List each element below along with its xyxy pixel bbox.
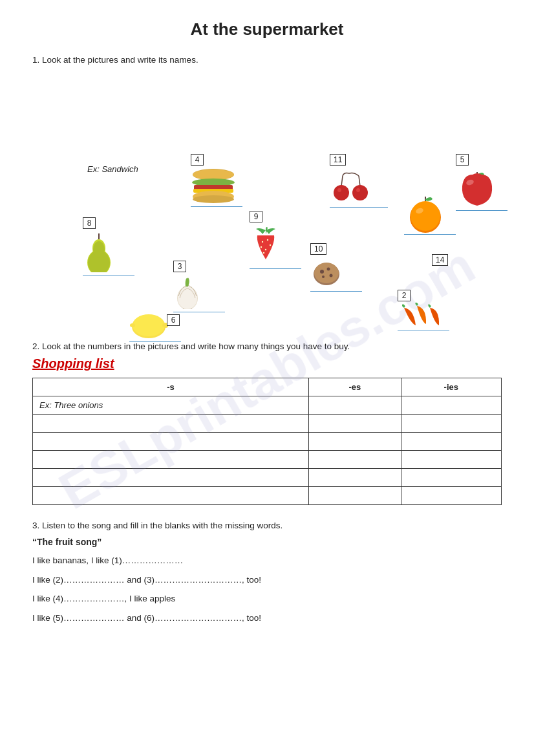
shopping-table: -s -es -ies Ex: Three onions — [32, 378, 502, 505]
svg-point-38 — [356, 188, 360, 192]
svg-point-35 — [334, 185, 349, 200]
svg-point-17 — [262, 241, 263, 243]
example-label: Ex: Sandwich — [87, 164, 138, 174]
answer-line-4 — [191, 206, 242, 207]
number-box-2: 2 — [398, 290, 411, 301]
svg-point-22 — [263, 252, 264, 254]
pictures-area: Ex: Sandwich 4 8 — [32, 70, 502, 329]
carrots-icon — [398, 303, 449, 329]
svg-point-20 — [261, 246, 262, 248]
section3-instruction: 3. Listen to the song and fill in the bl… — [32, 521, 502, 530]
item-14: 14 — [432, 254, 448, 266]
svg-point-37 — [352, 185, 368, 200]
table-row — [33, 487, 502, 505]
table-row-example: Ex: Three onions — [33, 396, 502, 415]
pear-icon — [83, 230, 115, 272]
svg-point-43 — [411, 201, 440, 231]
table-row — [33, 415, 502, 433]
svg-point-26 — [327, 268, 330, 271]
page-title: At the supermarket — [32, 19, 502, 39]
item-9: 9 — [250, 211, 301, 269]
item-8: 8 — [83, 217, 134, 275]
cherries-icon — [330, 167, 372, 206]
svg-point-27 — [330, 274, 333, 277]
section3: 3. Listen to the song and fill in the bl… — [32, 521, 502, 625]
item-5: 5 — [456, 154, 507, 211]
song-title: “The fruit song” — [32, 537, 502, 547]
answer-line-10 — [310, 291, 362, 292]
cookie-icon — [310, 256, 343, 288]
col-header-s: -s — [33, 378, 309, 396]
answer-line-6 — [129, 341, 181, 342]
strawberry-icon — [250, 224, 282, 266]
answer-line-5 — [456, 210, 507, 211]
song-line-4: I like (5)………………… and (6)…………………………, too… — [32, 611, 502, 625]
number-box-6: 6 — [167, 314, 180, 326]
song-line-2: I like (2)………………… and (3)…………………………, too… — [32, 573, 502, 587]
svg-line-33 — [341, 176, 343, 186]
onion-icon — [173, 274, 202, 309]
answer-line-3 — [173, 312, 225, 312]
col-header-ies: -ies — [401, 378, 501, 396]
svg-line-34 — [359, 176, 360, 186]
svg-point-24 — [314, 263, 339, 283]
svg-point-36 — [337, 188, 341, 192]
orange-item — [404, 191, 456, 235]
section2-instruction: 2. Look at the numbers in the pictures a… — [32, 341, 502, 351]
svg-point-1 — [193, 169, 234, 180]
svg-point-21 — [265, 249, 266, 250]
svg-point-28 — [322, 275, 325, 278]
answer-line-9 — [250, 268, 301, 269]
number-box-11: 11 — [330, 154, 346, 166]
song-line-1: I like bananas, I like (1)………………… — [32, 554, 502, 568]
number-box-8: 8 — [83, 217, 96, 229]
item-10: 10 — [310, 243, 362, 292]
answer-line-11 — [330, 207, 388, 208]
table-row — [33, 433, 502, 451]
lemon-icon — [129, 309, 168, 340]
svg-point-32 — [130, 323, 135, 327]
item-6: 6 — [129, 308, 181, 342]
col-header-es: -es — [309, 378, 401, 396]
item-2: 2 — [398, 290, 449, 330]
example-cell: Ex: Three onions — [33, 396, 309, 415]
number-box-5: 5 — [456, 154, 469, 166]
empty-cell-2 — [401, 396, 501, 415]
item-11: 11 — [330, 154, 388, 208]
svg-point-18 — [267, 239, 268, 241]
number-box-10: 10 — [310, 243, 326, 255]
item-4: 4 — [191, 154, 242, 207]
section1-instruction: 1. Look at the pictures and write its na… — [32, 55, 502, 65]
empty-cell-1 — [309, 396, 401, 415]
table-row — [33, 451, 502, 469]
orange-icon — [404, 193, 446, 233]
item-3: 3 — [173, 261, 225, 312]
answer-line-orange — [404, 234, 456, 235]
number-box-3: 3 — [173, 261, 186, 272]
svg-point-19 — [270, 244, 271, 246]
song-line-3: I like (4)…………………, I like apples — [32, 592, 502, 606]
answer-line-8 — [83, 275, 134, 275]
svg-point-11 — [93, 241, 105, 258]
number-box-4: 4 — [191, 154, 204, 166]
number-box-14: 14 — [432, 254, 448, 266]
apple-red-icon — [456, 167, 498, 209]
svg-point-30 — [133, 314, 165, 336]
number-box-9: 9 — [250, 211, 262, 222]
sandwich-icon — [191, 168, 236, 204]
shopping-list-title: Shopping list — [32, 356, 502, 371]
svg-point-6 — [193, 195, 234, 203]
svg-point-25 — [320, 270, 324, 274]
table-row — [33, 469, 502, 487]
answer-line-2 — [398, 330, 449, 330]
